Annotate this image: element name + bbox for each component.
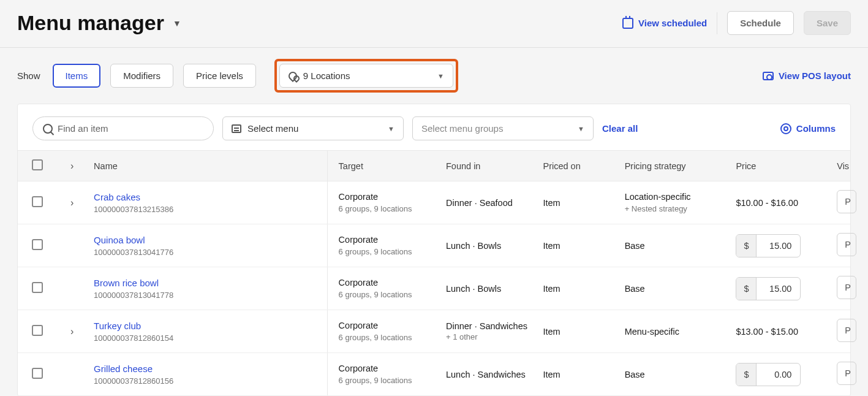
visibility-button[interactable]: P bbox=[837, 319, 856, 342]
search-input[interactable] bbox=[58, 123, 203, 134]
item-id: 100000037812860156 bbox=[94, 376, 321, 386]
priced-on-value: Item bbox=[543, 198, 560, 208]
view-scheduled-label: View scheduled bbox=[638, 18, 707, 28]
expand-all-toggle[interactable]: › bbox=[70, 161, 74, 172]
save-button: Save bbox=[804, 11, 851, 35]
item-id: 100000037813215386 bbox=[94, 205, 321, 214]
strategy-sub: + Nested strategy bbox=[625, 204, 724, 213]
view-scheduled-button[interactable]: View scheduled bbox=[622, 18, 707, 29]
gear-icon bbox=[780, 123, 791, 134]
row-checkbox[interactable] bbox=[32, 239, 43, 250]
title-dropdown-caret[interactable]: ▼ bbox=[173, 18, 181, 28]
columns-button[interactable]: Columns bbox=[780, 123, 836, 134]
target-sub: 6 groups, 9 locations bbox=[339, 376, 434, 385]
visibility-button[interactable]: P bbox=[837, 190, 856, 213]
select-groups-dropdown[interactable]: Select menu groups ▼ bbox=[412, 116, 594, 140]
row-checkbox[interactable] bbox=[32, 368, 43, 379]
col-found: Found in bbox=[440, 151, 537, 181]
tab-modifiers[interactable]: Modifiers bbox=[110, 64, 173, 88]
select-menu-dropdown[interactable]: Select menu ▼ bbox=[222, 116, 404, 140]
strategy-value: Base bbox=[625, 284, 724, 294]
target-value: Corporate bbox=[339, 278, 434, 287]
item-id: 100000037813041778 bbox=[94, 291, 321, 300]
chevron-down-icon: ▼ bbox=[578, 125, 584, 132]
priced-on-value: Item bbox=[543, 370, 560, 379]
target-value: Corporate bbox=[339, 321, 434, 330]
target-sub: 6 groups, 9 locations bbox=[339, 247, 434, 256]
currency-symbol: $ bbox=[736, 364, 757, 386]
price-range: $13.00 - $15.00 bbox=[736, 327, 798, 337]
chevron-down-icon: ▼ bbox=[437, 72, 444, 80]
table-row: Brown rice bowl100000037813041778Corpora… bbox=[18, 267, 850, 310]
locations-label: 9 Locations bbox=[303, 70, 350, 81]
strategy-value: Location-specific bbox=[625, 192, 724, 202]
select-all-checkbox[interactable] bbox=[32, 159, 43, 170]
calendar-icon bbox=[622, 18, 633, 29]
price-value: 15.00 bbox=[757, 235, 800, 257]
view-pos-label: View POS layout bbox=[779, 70, 851, 81]
panel-controls: Select menu ▼ Select menu groups ▼ Clear… bbox=[18, 104, 850, 150]
item-name-link[interactable]: Turkey club bbox=[94, 321, 321, 331]
target-value: Corporate bbox=[339, 235, 434, 245]
page-header: Menu manager ▼ View scheduled Schedule S… bbox=[0, 0, 868, 48]
select-menu-label: Select menu bbox=[247, 123, 298, 134]
table-row: Grilled cheese100000037812860156Corporat… bbox=[18, 353, 850, 396]
table-header-row: › Name Target Found in Priced on Pricing… bbox=[18, 151, 850, 181]
found-in-sub: + 1 other bbox=[446, 332, 531, 341]
row-checkbox[interactable] bbox=[32, 282, 43, 293]
show-label: Show bbox=[17, 70, 40, 81]
row-checkbox[interactable] bbox=[32, 325, 43, 336]
target-sub: 6 groups, 9 locations bbox=[339, 204, 434, 213]
col-vis: Vis bbox=[831, 151, 850, 181]
item-id: 100000037813041776 bbox=[94, 248, 321, 257]
title-wrap: Menu manager ▼ bbox=[17, 11, 181, 35]
page-title: Menu manager bbox=[17, 11, 164, 35]
visibility-button[interactable]: P bbox=[837, 362, 856, 385]
priced-on-value: Item bbox=[543, 327, 560, 337]
main-panel: Select menu ▼ Select menu groups ▼ Clear… bbox=[17, 104, 851, 396]
row-checkbox[interactable] bbox=[32, 196, 43, 207]
price-value: 15.00 bbox=[757, 278, 800, 300]
visibility-button[interactable]: P bbox=[837, 276, 856, 299]
item-name-link[interactable]: Quinoa bowl bbox=[94, 235, 321, 245]
chevron-down-icon: ▼ bbox=[388, 125, 394, 132]
found-in-value: Lunch · Bowls bbox=[446, 241, 531, 251]
filter-bar: Show Items Modifiers Price levels 9 Loca… bbox=[0, 48, 868, 104]
col-price: Price bbox=[730, 151, 831, 181]
tab-price-levels[interactable]: Price levels bbox=[183, 64, 256, 88]
strategy-value: Base bbox=[625, 241, 724, 251]
locations-select[interactable]: 9 Locations ▼ bbox=[279, 64, 453, 88]
header-actions: View scheduled Schedule Save bbox=[622, 11, 851, 35]
locations-highlight: 9 Locations ▼ bbox=[274, 59, 458, 93]
strategy-value: Base bbox=[625, 370, 724, 379]
currency-symbol: $ bbox=[736, 278, 757, 300]
items-table: › Name Target Found in Priced on Pricing… bbox=[18, 150, 850, 396]
visibility-button[interactable]: P bbox=[837, 233, 856, 256]
expand-row-toggle[interactable]: › bbox=[70, 326, 74, 337]
table-row: Quinoa bowl100000037813041776Corporate6 … bbox=[18, 224, 850, 267]
tab-items[interactable]: Items bbox=[53, 64, 101, 88]
item-name-link[interactable]: Grilled cheese bbox=[94, 364, 321, 374]
table-row: ›Crab cakes100000037813215386Corporate6 … bbox=[18, 181, 850, 224]
found-in-value: Dinner · Seafood bbox=[446, 198, 531, 208]
table-row: ›Turkey club100000037812860154Corporate6… bbox=[18, 310, 850, 353]
price-input[interactable]: $0.00 bbox=[736, 363, 801, 386]
strategy-value: Menu-specific bbox=[625, 327, 724, 337]
columns-label: Columns bbox=[796, 123, 836, 134]
item-id: 100000037812860154 bbox=[94, 333, 321, 343]
search-box[interactable] bbox=[32, 116, 214, 140]
item-name-link[interactable]: Crab cakes bbox=[94, 192, 321, 202]
col-priced: Priced on bbox=[537, 151, 618, 181]
col-target: Target bbox=[327, 151, 440, 181]
found-in-value: Lunch · Bowls bbox=[446, 284, 531, 294]
price-input[interactable]: $15.00 bbox=[736, 234, 801, 257]
price-input[interactable]: $15.00 bbox=[736, 277, 801, 300]
select-groups-label: Select menu groups bbox=[421, 123, 503, 134]
expand-row-toggle[interactable]: › bbox=[70, 197, 74, 208]
schedule-button[interactable]: Schedule bbox=[727, 11, 794, 35]
currency-symbol: $ bbox=[736, 235, 757, 257]
item-name-link[interactable]: Brown rice bowl bbox=[94, 278, 321, 288]
view-pos-layout-button[interactable]: View POS layout bbox=[763, 70, 851, 81]
col-name: Name bbox=[88, 151, 327, 181]
clear-all-button[interactable]: Clear all bbox=[602, 123, 638, 134]
